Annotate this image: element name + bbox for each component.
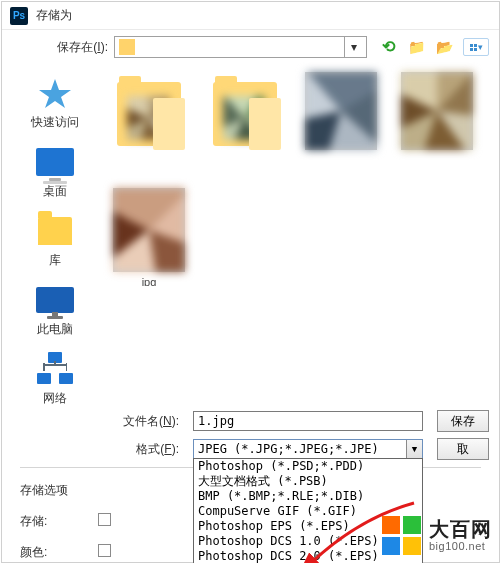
color-label: 颜色: [20,544,80,561]
sidebar-item-quick-access[interactable]: 快速访问 [20,76,90,131]
folder-icon [119,39,135,55]
desktop-icon [35,145,75,179]
sidebar-item-label: 此电脑 [37,321,73,338]
format-option[interactable]: 大型文档格式 (*.PSB) [194,474,422,489]
format-option[interactable]: BMP (*.BMP;*.RLE;*.DIB) [194,489,422,504]
view-mode-icon[interactable] [463,38,489,56]
thumb-label: jpg [142,276,157,286]
folder-toolbar: ⟲ 📁 📂 [379,38,489,56]
content-area: 快速访问 桌面 库 此电脑 网络 [2,64,499,407]
sidebar-item-label: 快速访问 [31,114,79,131]
save-in-label: 保存在(I): [12,39,108,56]
folder-thumb[interactable] [206,72,284,170]
store-checkbox[interactable] [98,513,116,530]
places-sidebar: 快速访问 桌面 库 此电脑 网络 [2,66,108,407]
window-title: 存储为 [36,7,72,24]
photoshop-icon: Ps [10,7,28,25]
cancel-button[interactable]: 取 [437,438,489,460]
sidebar-item-desktop[interactable]: 桌面 [20,145,90,200]
sidebar-item-libraries[interactable]: 库 [20,214,90,269]
save-in-dropdown[interactable]: ▾ [114,36,367,58]
this-pc-icon [35,283,75,317]
back-icon[interactable]: ⟲ [379,38,397,56]
format-label: 格式(F): [2,441,187,458]
filename-row: 文件名(N): 保存 [2,407,499,435]
save-button[interactable]: 保存 [437,410,489,432]
file-browser[interactable]: jpg [108,66,499,407]
title-bar: Ps 存储为 [2,2,499,30]
image-thumb[interactable]: jpg [110,188,188,286]
watermark: 大百网 big100.net [382,516,492,555]
format-dropdown[interactable]: JPEG (*.JPG;*.JPEG;*.JPE) ▼ [193,439,423,459]
quick-access-icon [35,76,75,110]
dialog-window: Ps 存储为 保存在(I): ▾ ⟲ 📁 📂 快速访问 [1,1,500,563]
image-thumb[interactable] [302,72,380,170]
watermark-text: 大百网 [429,518,492,540]
folder-up-icon[interactable]: 📁 [407,38,425,56]
chevron-down-icon[interactable]: ▼ [406,440,422,458]
image-thumb[interactable] [398,72,476,170]
sidebar-item-this-pc[interactable]: 此电脑 [20,283,90,338]
save-in-row: 保存在(I): ▾ ⟲ 📁 📂 [2,30,499,64]
format-option[interactable]: Photoshop (*.PSD;*.PDD) [194,459,422,474]
sidebar-item-label: 库 [49,252,61,269]
new-folder-icon[interactable]: 📂 [435,38,453,56]
store-label: 存储: [20,513,80,530]
color-checkbox [98,544,116,561]
filename-input[interactable] [193,411,423,431]
format-selected: JPEG (*.JPG;*.JPEG;*.JPE) [198,442,406,456]
chevron-down-icon[interactable]: ▾ [344,37,362,57]
folder-thumb[interactable] [110,72,188,170]
sidebar-item-network[interactable]: 网络 [20,352,90,407]
libraries-icon [35,214,75,248]
watermark-url: big100.net [429,540,492,552]
sidebar-item-label: 网络 [43,390,67,407]
svg-marker-0 [39,79,71,108]
network-icon [35,352,75,386]
sidebar-item-label: 桌面 [43,183,67,200]
format-row: 格式(F): JPEG (*.JPG;*.JPEG;*.JPE) ▼ Photo… [2,435,499,463]
watermark-logo-icon [382,516,421,555]
filename-label: 文件名(N): [2,413,187,430]
